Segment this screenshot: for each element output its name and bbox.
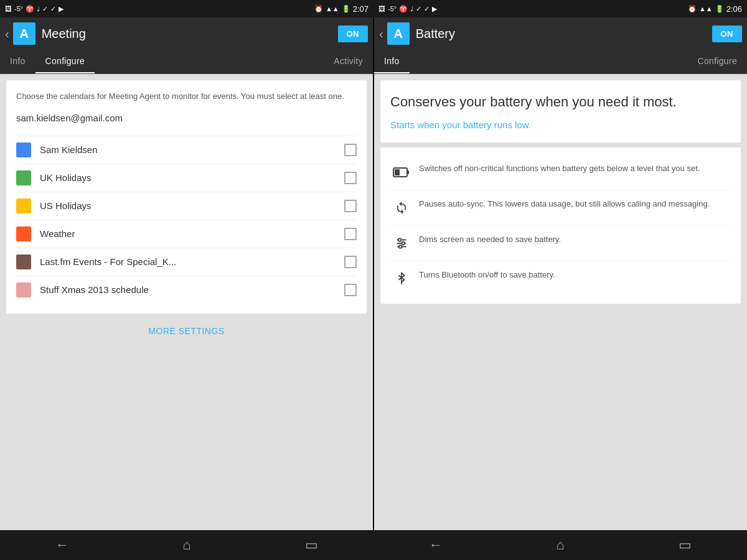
list-item: Sam Kieldsen <box>16 136 357 164</box>
tab-battery-info[interactable]: Info <box>374 50 410 73</box>
right-nav: ← ⌂ ▭ <box>374 530 747 560</box>
brightness-icon <box>390 232 413 254</box>
account-email: sam.kieldsen@gmail.com <box>16 113 357 128</box>
battery-title: Battery <box>416 27 712 41</box>
list-item: Last.fm Events - For Special_K... <box>16 248 357 276</box>
meeting-title: Meeting <box>42 27 338 41</box>
calendar-checkbox-2[interactable] <box>344 172 357 184</box>
meeting-header: ‹ A Meeting ON <box>0 17 373 50</box>
battery-toggle[interactable]: ON <box>712 26 743 42</box>
navigation-bar: ← ⌂ ▭ ← ⌂ ▭ <box>0 530 747 560</box>
calendar-checkbox-1[interactable] <box>344 144 357 156</box>
right-status-right: ⏰▲▲🔋 2:06 <box>688 4 742 14</box>
svg-rect-2 <box>395 169 400 175</box>
battery-content: Conserves your battery when you need it … <box>374 74 747 530</box>
battery-description-card: Conserves your battery when you need it … <box>380 80 741 142</box>
left-status-right: ⏰▲▲🔋 2:07 <box>314 4 369 14</box>
right-recent-button[interactable]: ▭ <box>672 533 697 558</box>
tab-battery-configure[interactable]: Configure <box>688 50 747 73</box>
left-clock: 2:07 <box>353 4 369 14</box>
tab-meeting-configure[interactable]: Configure <box>35 50 95 73</box>
battery-feature-2: Pauses auto-sync. This lowers data usage… <box>390 190 731 226</box>
list-item: US Holidays <box>16 192 357 220</box>
right-back-button[interactable]: ← <box>423 533 448 558</box>
calendar-name-6: Stuff Xmas 2013 schedule <box>40 284 344 295</box>
more-settings-button[interactable]: MORE SETTINGS <box>6 319 367 343</box>
left-nav: ← ⌂ ▭ <box>0 530 374 560</box>
left-status-bar: 🖼-5°♈♩✓✓▶ ⏰▲▲🔋 2:07 <box>0 0 374 17</box>
calendar-color-3 <box>16 198 31 213</box>
bluetooth-icon <box>390 268 413 290</box>
calendar-color-1 <box>16 142 31 157</box>
meeting-tab-bar: Info Configure Activity <box>0 50 373 74</box>
battery-feature-text-2: Pauses auto-sync. This lowers data usage… <box>419 197 731 210</box>
calendar-name-3: US Holidays <box>40 200 344 211</box>
battery-low-icon <box>390 161 413 184</box>
calendar-color-2 <box>16 170 31 185</box>
svg-point-6 <box>402 242 405 245</box>
battery-features-card: Switches off non-critical functions when… <box>380 147 741 304</box>
calendar-checkbox-3[interactable] <box>344 200 357 212</box>
sync-icon <box>390 197 413 219</box>
tab-meeting-activity[interactable]: Activity <box>324 50 373 73</box>
meeting-content: Choose the calendars for Meeting Agent t… <box>0 74 373 530</box>
calendar-color-5 <box>16 254 31 269</box>
battery-app-icon: A <box>387 22 410 45</box>
calendar-checkbox-5[interactable] <box>344 256 357 268</box>
left-recent-button[interactable]: ▭ <box>299 533 324 558</box>
calendar-name-1: Sam Kieldsen <box>40 144 344 155</box>
battery-tab-bar: Info Configure <box>374 50 747 74</box>
svg-point-8 <box>399 245 402 248</box>
calendar-checkbox-4[interactable] <box>344 228 357 240</box>
battery-header: ‹ A Battery ON <box>374 17 747 50</box>
battery-back-button[interactable]: ‹ <box>379 27 383 41</box>
right-clock: 2:06 <box>726 4 742 14</box>
meeting-back-button[interactable]: ‹ <box>5 27 9 41</box>
calendar-name-2: UK Holidays <box>40 172 344 183</box>
meeting-toggle[interactable]: ON <box>338 26 369 42</box>
battery-panel: ‹ A Battery ON Info Configure Conserves … <box>374 17 747 530</box>
battery-main-text: Conserves your battery when you need it … <box>390 93 731 112</box>
calendar-name-5: Last.fm Events - For Special_K... <box>40 256 344 267</box>
meeting-card: Choose the calendars for Meeting Agent t… <box>6 80 367 314</box>
meeting-panel: ‹ A Meeting ON Info Configure Activity C… <box>0 17 373 530</box>
meeting-app-icon: A <box>13 22 35 45</box>
left-status-icons: 🖼-5°♈♩✓✓▶ <box>5 5 63 13</box>
battery-feature-1: Switches off non-critical functions when… <box>390 155 731 190</box>
calendar-color-6 <box>16 282 31 297</box>
list-item: UK Holidays <box>16 164 357 192</box>
svg-rect-1 <box>407 170 409 174</box>
left-home-button[interactable]: ⌂ <box>174 533 199 558</box>
battery-feature-text-3: Dims screen as needed to save battery. <box>419 232 731 246</box>
battery-feature-text-1: Switches off non-critical functions when… <box>419 161 731 175</box>
battery-sub-text[interactable]: Starts when your battery runs low. <box>390 119 731 130</box>
battery-feature-text-4: Turns Bluetooth on/off to save battery. <box>419 268 731 281</box>
calendar-checkbox-6[interactable] <box>344 284 357 296</box>
right-status-icons: 🖼-5°♈♩✓✓▶ <box>378 5 437 13</box>
battery-feature-3: Dims screen as needed to save battery. <box>390 226 731 261</box>
right-status-bar: 🖼-5°♈♩✓✓▶ ⏰▲▲🔋 2:06 <box>374 0 747 17</box>
calendar-name-4: Weather <box>40 228 344 239</box>
calendar-color-4 <box>16 226 31 241</box>
right-home-button[interactable]: ⌂ <box>548 533 573 558</box>
tab-meeting-info[interactable]: Info <box>0 50 35 73</box>
list-item: Stuff Xmas 2013 schedule <box>16 276 357 304</box>
svg-point-4 <box>398 238 402 241</box>
battery-feature-4: Turns Bluetooth on/off to save battery. <box>390 261 731 296</box>
list-item: Weather <box>16 220 357 248</box>
left-back-button[interactable]: ← <box>50 533 75 558</box>
meeting-description: Choose the calendars for Meeting Agent t… <box>16 90 357 103</box>
